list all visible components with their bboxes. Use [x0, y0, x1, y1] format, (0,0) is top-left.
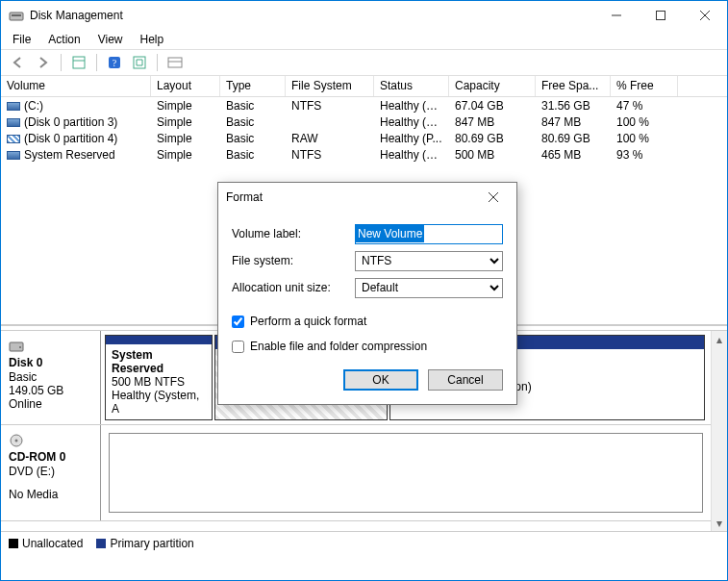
allocation-label: Allocation unit size: [232, 281, 355, 294]
svg-rect-13 [10, 342, 23, 351]
col-layout[interactable]: Layout [151, 76, 220, 96]
toolbar-sep3 [157, 54, 158, 71]
window-controls [594, 1, 727, 30]
toolbar: ? [1, 49, 727, 76]
menubar: File Action View Help [1, 30, 727, 49]
col-pctfree[interactable]: % Free [611, 76, 678, 96]
col-freespace[interactable]: Free Spa... [536, 76, 611, 96]
allocation-select[interactable]: Default [355, 278, 503, 298]
cdrom-l2: DVD (E:) [9, 465, 92, 478]
help-icon[interactable]: ? [103, 52, 126, 73]
compression-checkbox[interactable] [232, 341, 244, 353]
dialog-close-button[interactable] [478, 183, 509, 212]
svg-rect-11 [168, 58, 182, 67]
toolbar-sep [61, 54, 62, 71]
quick-format-label: Perform a quick format [250, 315, 366, 328]
format-dialog: Format Volume label: New Volume File sys… [217, 182, 517, 405]
svg-point-16 [15, 440, 18, 442]
svg-rect-6 [73, 57, 85, 68]
compression-label: Enable file and folder compression [250, 340, 427, 353]
close-button[interactable] [683, 1, 727, 30]
swatch-unallocated [9, 539, 18, 548]
disk-mgmt-icon [9, 8, 24, 23]
legend-primary: Primary partition [96, 537, 193, 550]
menu-action[interactable]: Action [40, 31, 88, 48]
dialog-titlebar: Format [218, 183, 516, 212]
volume-list-header: Volume Layout Type File System Status Ca… [1, 76, 727, 97]
partition-bar [106, 336, 212, 344]
cdrom-nomedia: No Media [9, 488, 92, 501]
maximize-button[interactable] [639, 1, 683, 30]
col-capacity[interactable]: Capacity [449, 76, 536, 96]
scroll-down-icon[interactable]: ▾ [712, 515, 728, 531]
volume-row[interactable]: (Disk 0 partition 3)SimpleBasicHealthy (… [1, 114, 727, 130]
disk0-size: 149.05 GB [9, 384, 92, 397]
volume-row[interactable]: (Disk 0 partition 4)SimpleBasicRAWHealth… [1, 130, 727, 146]
col-status[interactable]: Status [374, 76, 449, 96]
disk-row-cdrom: CD-ROM 0 DVD (E:) No Media [1, 425, 711, 521]
volume-row[interactable]: System ReservedSimpleBasicNTFSHealthy (S… [1, 146, 727, 163]
refresh-icon[interactable] [128, 52, 151, 73]
dialog-body: Volume label: New Volume File system: NT… [218, 212, 516, 404]
titlebar: Disk Management [1, 1, 727, 30]
legend-unallocated: Unallocated [9, 537, 83, 550]
forward-button[interactable] [32, 52, 55, 73]
ok-button[interactable]: OK [343, 369, 418, 391]
part-l3: Healthy (System, A [112, 389, 206, 416]
menu-file[interactable]: File [5, 31, 38, 48]
volume-row[interactable]: (C:)SimpleBasicNTFSHealthy (B...67.04 GB… [1, 97, 727, 114]
cdrom-partitions [101, 425, 711, 520]
cdrom-label[interactable]: CD-ROM 0 DVD (E:) No Media [1, 425, 101, 520]
menu-help[interactable]: Help [133, 31, 172, 48]
filesystem-label: File system: [232, 254, 355, 267]
swatch-primary [96, 539, 106, 548]
disk0-status: Online [9, 397, 92, 411]
disk0-label[interactable]: Disk 0 Basic 149.05 GB Online [1, 331, 101, 424]
cdrom-name: CD-ROM 0 [9, 450, 92, 464]
volume-label-label: Volume label: [232, 227, 355, 240]
filesystem-select[interactable]: NTFS [355, 251, 503, 271]
disk0-name: Disk 0 [9, 356, 92, 369]
menu-view[interactable]: View [90, 31, 131, 48]
volume-icon [7, 151, 20, 160]
back-button[interactable] [7, 52, 30, 73]
window-title: Disk Management [30, 9, 594, 22]
toolbar-sep2 [96, 54, 97, 71]
disk0-type: Basic [9, 370, 92, 384]
col-volume[interactable]: Volume [1, 76, 151, 96]
settings-icon[interactable] [163, 52, 187, 73]
properties-icon[interactable] [67, 52, 90, 73]
col-type[interactable]: Type [220, 76, 286, 96]
hdd-icon [9, 339, 24, 354]
legend: Unallocated Primary partition [1, 531, 727, 554]
svg-text:?: ? [113, 58, 117, 68]
svg-point-14 [19, 346, 21, 348]
volume-icon [7, 118, 20, 127]
partition-system-reserved[interactable]: System Reserved 500 MB NTFS Healthy (Sys… [105, 335, 213, 420]
no-media-area[interactable] [109, 433, 703, 513]
svg-rect-1 [12, 14, 21, 16]
volume-icon [7, 102, 20, 111]
volume-icon [7, 135, 20, 143]
cancel-button[interactable]: Cancel [428, 369, 503, 391]
vertical-scrollbar[interactable]: ▴ ▾ [711, 331, 727, 531]
svg-rect-10 [134, 57, 145, 68]
scroll-up-icon[interactable]: ▴ [712, 331, 728, 347]
cdrom-icon [9, 433, 24, 448]
svg-rect-3 [657, 12, 665, 20]
dialog-title: Format [226, 190, 478, 204]
part-name: System Reserved [112, 348, 206, 375]
quick-format-checkbox[interactable] [232, 316, 244, 328]
volume-label-input[interactable]: New Volume [355, 224, 503, 244]
minimize-button[interactable] [594, 1, 639, 30]
col-filesystem[interactable]: File System [286, 76, 374, 96]
part-l2: 500 MB NTFS [112, 375, 206, 389]
